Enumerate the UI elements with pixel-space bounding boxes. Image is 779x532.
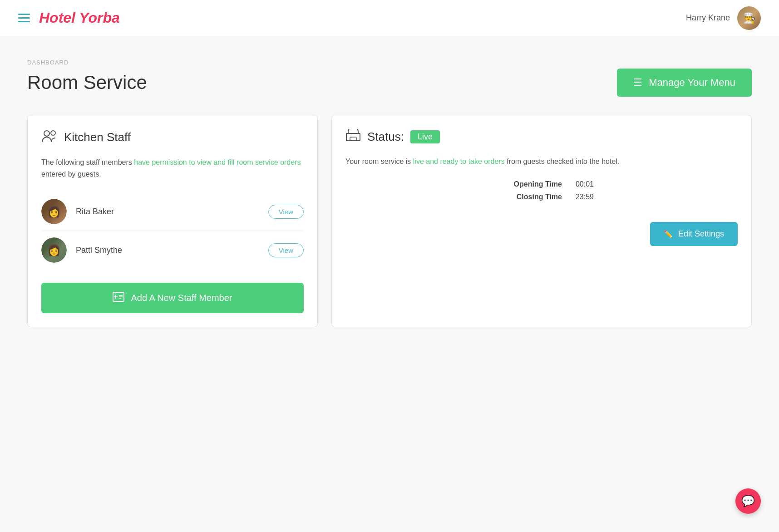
manage-menu-label: Manage Your Menu <box>649 77 735 89</box>
status-desc-highlight: live and ready to take orders <box>413 158 505 165</box>
svg-point-0 <box>44 131 49 136</box>
kitchen-staff-description: The following staff members have permiss… <box>41 157 304 180</box>
view-button-patti[interactable]: View <box>268 243 304 257</box>
svg-rect-9 <box>350 137 356 141</box>
avatar-image: 👨‍🍳 <box>737 6 761 30</box>
manage-menu-button[interactable]: ☰ Manage Your Menu <box>617 69 752 97</box>
header: Hotel Yorba Harry Krane 👨‍🍳 <box>0 0 779 36</box>
hamburger-menu[interactable] <box>18 14 30 22</box>
menu-lines-icon: ☰ <box>633 77 642 89</box>
opening-time-value: 00:01 <box>576 180 594 188</box>
avatar-rita: 👩 <box>41 199 67 224</box>
status-card: Status: Live Your room service is live a… <box>331 115 752 327</box>
edit-settings-button[interactable]: ✏️ Edit Settings <box>650 222 738 246</box>
description-highlight: have permission to view and fill room se… <box>134 158 301 166</box>
staff-group-icon <box>41 129 58 146</box>
main-content: DASHBOARD Room Service ☰ Manage Your Men… <box>0 36 779 350</box>
closing-time-label: Closing Time <box>489 193 562 201</box>
add-staff-button[interactable]: Add A New Staff Member <box>41 283 304 313</box>
staff-avatar-rita: 👩 <box>41 199 67 224</box>
status-desc-part1: Your room service is <box>345 158 413 165</box>
header-left: Hotel Yorba <box>18 10 120 26</box>
staff-item: 👩 Rita Baker View <box>41 192 304 231</box>
opening-time-label: Opening Time <box>489 180 562 188</box>
breadcrumb: DASHBOARD <box>27 59 752 66</box>
edit-settings-label: Edit Settings <box>678 229 724 239</box>
add-staff-label: Add A New Staff Member <box>131 293 232 303</box>
avatar-patti: 👩 <box>41 237 67 263</box>
pencil-icon: ✏️ <box>664 230 673 238</box>
kitchen-staff-card: Kitchen Staff The following staff member… <box>27 115 318 327</box>
header-right: Harry Krane 👨‍🍳 <box>686 6 761 30</box>
page-title-row: Room Service ☰ Manage Your Menu <box>27 69 752 97</box>
time-table: Opening Time 00:01 Closing Time 23:59 <box>489 180 594 206</box>
status-desc-part2: from guests checked into the hotel. <box>505 158 620 165</box>
staff-list: 👩 Rita Baker View 👩 Patti Smythe View <box>41 192 304 269</box>
chat-fab-button[interactable]: 💬 <box>735 488 761 514</box>
closing-time-row: Closing Time 23:59 <box>489 193 594 201</box>
add-staff-icon <box>113 292 124 304</box>
kitchen-staff-title: Kitchen Staff <box>64 130 131 144</box>
cards-row: Kitchen Staff The following staff member… <box>27 115 752 327</box>
status-title: Status: <box>367 130 404 144</box>
app-logo: Hotel Yorba <box>39 10 120 26</box>
status-badge: Live <box>410 130 440 143</box>
staff-item: 👩 Patti Smythe View <box>41 231 304 269</box>
status-header: Status: Live <box>345 129 738 145</box>
avatar: 👨‍🍳 <box>737 6 761 30</box>
page-title: Room Service <box>27 72 147 94</box>
description-part1: The following staff members <box>41 158 134 166</box>
staff-avatar-patti: 👩 <box>41 237 67 263</box>
status-description: Your room service is live and ready to t… <box>345 156 738 167</box>
staff-name-patti: Patti Smythe <box>76 246 259 255</box>
description-part2: entered by guests. <box>41 170 101 178</box>
user-name: Harry Krane <box>686 13 730 23</box>
opening-time-row: Opening Time 00:01 <box>489 180 594 188</box>
staff-name-rita: Rita Baker <box>76 207 259 217</box>
svg-point-1 <box>51 131 55 135</box>
chat-icon: 💬 <box>741 495 755 507</box>
kitchen-staff-header: Kitchen Staff <box>41 129 304 146</box>
closing-time-value: 23:59 <box>576 193 594 201</box>
hotel-icon <box>345 129 361 145</box>
view-button-rita[interactable]: View <box>268 205 304 219</box>
